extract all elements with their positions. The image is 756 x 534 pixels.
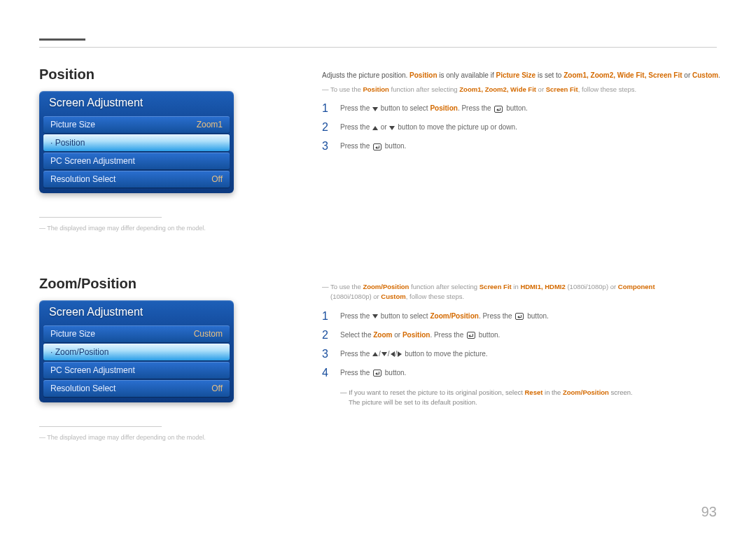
step-1: Press the button to select Zoom/Position… (322, 307, 721, 325)
dash (340, 388, 349, 396)
t: , follow these steps. (578, 85, 636, 93)
term-options: Zoom1, Zoom2, Wide Fit, Screen Fit (564, 71, 682, 79)
t: screen. (609, 388, 633, 396)
menu2-title: Screen Adjustment (39, 300, 234, 325)
t: Zoom/Position (563, 388, 609, 396)
t: HDMI1, HDMI2 (520, 283, 565, 290)
t: button to move the picture up or down. (396, 123, 517, 131)
t: in the (542, 388, 563, 396)
note-line-1: To use the Position function after selec… (322, 85, 721, 94)
menu-label: PC Screen Adjustment (50, 156, 135, 166)
footnote-rule-2 (39, 426, 162, 427)
down-arrow-icon (389, 126, 395, 130)
t: button. (383, 142, 406, 150)
t: Zoom/Position (430, 312, 478, 320)
menu2-row-resolution[interactable]: Resolution Select Off (43, 380, 230, 397)
t: Screen Fit (546, 85, 578, 93)
header-accent-bar (39, 38, 85, 41)
section-zoom-right: To use the Zoom/Position function after … (322, 282, 721, 407)
down-arrow-icon (372, 107, 378, 111)
t: function after selecting (389, 85, 459, 93)
t: Position (402, 331, 430, 339)
menu1-row-picture-size[interactable]: Picture Size Zoom1 (43, 116, 230, 133)
enter-icon (373, 370, 382, 377)
step-2: Press the or button to move the picture … (322, 118, 721, 136)
menu-label: Picture Size (50, 120, 95, 129)
t: Press the (340, 350, 372, 358)
t: button to move the picture. (402, 350, 487, 358)
enter-icon (515, 313, 524, 320)
t: button. (383, 369, 406, 377)
menu2-row-pc-screen[interactable]: PC Screen Adjustment (43, 362, 230, 379)
menu-value: Zoom1 (197, 120, 223, 129)
enter-icon (373, 143, 382, 150)
t: . Press the (458, 104, 493, 112)
t: is set to (536, 71, 564, 79)
header-rule (39, 47, 717, 48)
t: Press the (340, 312, 372, 320)
right-arrow-icon (398, 351, 402, 357)
t: in (512, 283, 521, 290)
t: button to select (379, 104, 430, 112)
t: or (379, 123, 388, 131)
menu1-row-resolution[interactable]: Resolution Select Off (43, 171, 230, 188)
term-position: Position (410, 71, 437, 79)
menu1-title: Screen Adjustment (39, 91, 234, 116)
t: or (536, 85, 546, 93)
step-3: Press the button. (322, 136, 721, 155)
t: is only available if (438, 71, 496, 79)
term-custom: Custom (692, 71, 718, 79)
t: If you want to reset the picture to its … (349, 388, 524, 396)
steps-1: Press the button to select Position. Pre… (322, 99, 721, 155)
t: Press the (340, 142, 372, 150)
t: (1080i/1080p) or (566, 283, 618, 290)
t: The picture will be set to its default p… (340, 398, 477, 406)
note-line-2: To use the Zoom/Position function after … (322, 282, 721, 302)
down-arrow-icon (372, 314, 378, 318)
menu2-row-picture-size[interactable]: Picture Size Custom (43, 325, 230, 342)
menu-value: Custom (194, 329, 223, 339)
t: . (718, 71, 720, 79)
t: or (682, 71, 692, 79)
step-1: Press the button to select Position. Pre… (322, 99, 721, 118)
t: (1080i/1080p) or (322, 293, 381, 300)
t: Press the (340, 369, 372, 377)
t: Position (430, 104, 457, 112)
menu-label: PC Screen Adjustment (50, 365, 135, 375)
left-arrow-icon (391, 351, 395, 357)
menu-label: · Zoom/Position (50, 347, 108, 357)
enter-icon (467, 332, 475, 339)
step-3: Press the /// button to move the picture… (322, 344, 721, 363)
menu-value: Off (211, 384, 223, 393)
section-zoom-left: Zoom/Position Screen Adjustment Picture … (39, 276, 235, 441)
up-arrow-icon (372, 352, 378, 356)
menu2-row-zoom-position[interactable]: · Zoom/Position (43, 344, 230, 360)
t: Press the (340, 123, 372, 131)
t: . Press the (479, 312, 514, 320)
t: Adjusts the picture position. (322, 71, 410, 79)
step-2: Select the Zoom or Position. Press the b… (322, 325, 721, 344)
footnote-2: The displayed image may differ depending… (39, 434, 235, 441)
t: function after selecting (409, 283, 479, 290)
menu-label: Picture Size (50, 329, 95, 339)
menu-label: · Position (50, 138, 85, 148)
section-position-left: Position Screen Adjustment Picture Size … (39, 66, 235, 232)
down-arrow-icon (382, 352, 387, 356)
menu-label: Resolution Select (50, 384, 115, 393)
menu-label: Resolution Select (50, 174, 115, 184)
t: button. (525, 312, 548, 320)
t: button. (504, 104, 527, 112)
t: Position (363, 85, 388, 93)
t: Component (618, 283, 655, 290)
t: Custom (381, 293, 405, 300)
menu1-row-pc-screen[interactable]: PC Screen Adjustment (43, 153, 230, 169)
t: Screen Fit (479, 283, 512, 290)
footnote-rule-1 (39, 217, 162, 218)
menu1-row-position[interactable]: · Position (43, 134, 230, 151)
t: . Press the (430, 331, 465, 339)
t: button to select (379, 312, 430, 320)
section-position-right: Adjusts the picture position. Position i… (322, 70, 721, 155)
page-number: 93 (701, 504, 717, 520)
section2-title: Zoom/Position (39, 276, 235, 292)
term-picture-size: Picture Size (496, 71, 536, 79)
